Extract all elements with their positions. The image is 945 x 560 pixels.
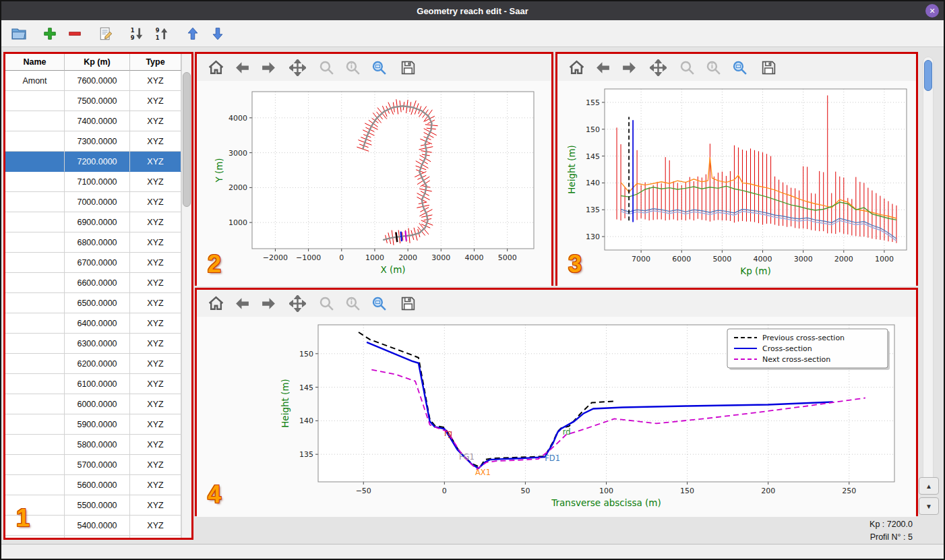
add-button[interactable] <box>40 24 59 43</box>
table-row[interactable]: 6000.0000XYZ <box>5 394 191 414</box>
svg-text:150: 150 <box>586 125 600 134</box>
zoom-rect-button[interactable] <box>369 58 388 77</box>
remove-button[interactable] <box>65 24 84 43</box>
svg-text:−1000: −1000 <box>296 253 321 262</box>
table-row[interactable]: 6900.0000XYZ <box>5 212 191 232</box>
kp-cell: 6800.0000 <box>65 232 130 253</box>
table-row[interactable]: 5300.0000XYZ <box>5 536 191 538</box>
zoom-info-button[interactable] <box>343 58 362 77</box>
sort-descending-button[interactable]: 91 <box>152 24 171 43</box>
table-row[interactable]: Amont7600.0000XYZ <box>5 71 191 91</box>
home-button[interactable] <box>567 58 586 77</box>
table-row[interactable]: 6300.0000XYZ <box>5 334 191 354</box>
cross-section-figure[interactable]: −50050100150200250135140145150Transverse… <box>197 317 916 517</box>
table-row[interactable]: 5500.0000XYZ <box>5 495 191 516</box>
back-button[interactable] <box>593 58 612 77</box>
table-row[interactable]: 5800.0000XYZ <box>5 435 191 455</box>
table-row[interactable]: 6700.0000XYZ <box>5 253 191 273</box>
svg-text:150: 150 <box>299 350 313 359</box>
table-row[interactable]: 6400.0000XYZ <box>5 313 191 334</box>
table-row[interactable]: 7100.0000XYZ <box>5 172 191 192</box>
cross-section-plot-panel: −50050100150200250135140145150Transverse… <box>195 288 918 516</box>
move-down-button[interactable] <box>208 24 227 43</box>
table-row[interactable]: 7400.0000XYZ <box>5 111 191 131</box>
type-cell: XYZ <box>130 192 181 212</box>
type-cell: XYZ <box>130 455 181 475</box>
panel-number-2: 2 <box>208 250 221 278</box>
type-cell: XYZ <box>130 313 181 334</box>
type-cell: XYZ <box>130 516 181 536</box>
table-scrollbar[interactable] <box>181 54 191 538</box>
svg-text:130: 130 <box>586 232 600 241</box>
type-cell: XYZ <box>130 131 181 152</box>
table-row[interactable]: 6100.0000XYZ <box>5 374 191 394</box>
type-cell: XYZ <box>130 273 181 293</box>
svg-text:Cross-section: Cross-section <box>762 344 812 353</box>
table-row[interactable]: 7500.0000XYZ <box>5 91 191 111</box>
zoom-rect-button[interactable] <box>369 294 388 313</box>
pan-button[interactable] <box>288 294 307 313</box>
table-row[interactable]: 7300.0000XYZ <box>5 131 191 152</box>
main-content: NameKp (m)Type Amont7600.0000XYZ7500.000… <box>1 47 944 544</box>
kp-cell: 5900.0000 <box>65 414 130 435</box>
zoom-button[interactable] <box>677 58 696 77</box>
svg-text:50: 50 <box>520 487 530 495</box>
svg-text:rg: rg <box>444 429 452 438</box>
plan-view-figure[interactable]: −2000−1000010002000300040005000100020003… <box>197 81 551 286</box>
profile-scrollbar-thumb[interactable] <box>924 60 932 91</box>
table-row[interactable]: 5900.0000XYZ <box>5 414 191 435</box>
table-row[interactable]: 6800.0000XYZ <box>5 232 191 253</box>
pan-button[interactable] <box>648 58 667 77</box>
table-row[interactable]: 7000.0000XYZ <box>5 192 191 212</box>
table-row[interactable]: 5700.0000XYZ <box>5 455 191 475</box>
home-button[interactable] <box>206 294 225 313</box>
save-button[interactable] <box>759 58 778 77</box>
type-cell: XYZ <box>130 71 181 91</box>
forward-button[interactable] <box>619 58 638 77</box>
title-bar[interactable]: Geometry reach edit - Saar ✕ <box>1 1 944 20</box>
kp-cell: 6900.0000 <box>65 212 130 232</box>
profile-up-button[interactable]: ▲ <box>919 477 939 495</box>
svg-text:5000: 5000 <box>712 255 731 263</box>
save-button[interactable] <box>398 294 417 313</box>
column-header: Kp (m) <box>65 54 130 71</box>
open-folder-button[interactable] <box>9 24 28 43</box>
longitudinal-figure[interactable]: 7000600050004000300020001000130135140145… <box>557 81 916 286</box>
edit-button[interactable] <box>96 24 115 43</box>
profile-down-button[interactable]: ▼ <box>919 497 939 515</box>
table-row[interactable]: 5600.0000XYZ <box>5 475 191 495</box>
pan-button[interactable] <box>288 58 307 77</box>
name-cell <box>5 455 65 475</box>
name-cell <box>5 293 65 313</box>
back-button[interactable] <box>233 294 251 313</box>
back-button[interactable] <box>233 58 251 77</box>
longitudinal-profile-panel: 7000600050004000300020001000130135140145… <box>555 52 918 286</box>
sort-ascending-button[interactable]: 19 <box>127 24 146 43</box>
move-up-button[interactable] <box>183 24 202 43</box>
close-button[interactable]: ✕ <box>925 4 939 18</box>
name-cell <box>5 394 65 414</box>
table-scrollbar-thumb[interactable] <box>183 72 191 207</box>
zoom-info-button[interactable] <box>343 294 362 313</box>
svg-text:Y (m): Y (m) <box>214 158 224 183</box>
type-cell: XYZ <box>130 152 181 172</box>
home-button[interactable] <box>206 58 225 77</box>
save-button[interactable] <box>398 58 417 77</box>
table-row[interactable]: 6500.0000XYZ <box>5 293 191 313</box>
zoom-button[interactable] <box>317 58 336 77</box>
table-row[interactable]: 7200.0000XYZ <box>5 152 191 172</box>
forward-button[interactable] <box>259 294 278 313</box>
type-cell: XYZ <box>130 495 181 516</box>
zoom-rect-button[interactable] <box>730 58 749 77</box>
profile-scrollbar[interactable] <box>923 57 934 488</box>
table-row[interactable]: 6600.0000XYZ <box>5 273 191 293</box>
kp-cell: 7500.0000 <box>65 91 130 111</box>
zoom-info-button[interactable] <box>704 58 723 77</box>
zoom-button[interactable] <box>317 294 336 313</box>
table-row[interactable]: 5400.0000XYZ <box>5 516 191 536</box>
table-row[interactable]: 6200.0000XYZ <box>5 354 191 374</box>
kp-cell: 6600.0000 <box>65 273 130 293</box>
name-cell <box>5 334 65 354</box>
forward-button[interactable] <box>259 58 278 77</box>
svg-text:1: 1 <box>156 34 160 41</box>
